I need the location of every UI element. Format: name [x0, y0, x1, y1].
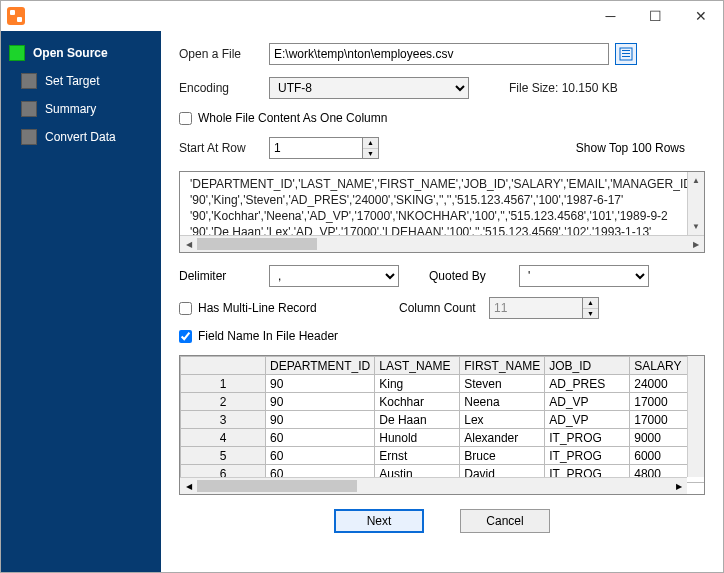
table-cell: King: [375, 375, 460, 393]
table-scrollbar-vertical[interactable]: [687, 356, 704, 477]
fieldname-header-label: Field Name In File Header: [198, 329, 338, 343]
preview-line: 'DEPARTMENT_ID','LAST_NAME','FIRST_NAME'…: [190, 176, 698, 192]
scroll-thumb[interactable]: [197, 480, 357, 492]
titlebar: ─ ☐ ✕: [1, 1, 723, 31]
table-cell: Steven: [460, 375, 545, 393]
scroll-thumb[interactable]: [197, 238, 317, 250]
sidebar-item-set-target[interactable]: Set Target: [1, 67, 161, 95]
sidebar-item-label: Convert Data: [45, 130, 116, 144]
data-table-container: DEPARTMENT_ID LAST_NAME FIRST_NAME JOB_I…: [179, 355, 705, 495]
table-row[interactable]: 460HunoldAlexanderIT_PROG9000A: [181, 429, 706, 447]
window-close-button[interactable]: ✕: [678, 1, 723, 31]
table-cell: IT_PROG: [545, 429, 630, 447]
col-header[interactable]: LAST_NAME: [375, 357, 460, 375]
fieldname-header-checkbox[interactable]: [179, 330, 192, 343]
sidebar-item-label: Summary: [45, 102, 96, 116]
sidebar-item-label: Set Target: [45, 74, 99, 88]
step-indicator-icon: [21, 101, 37, 117]
sidebar-item-summary[interactable]: Summary: [1, 95, 161, 123]
scroll-left-icon[interactable]: ◀: [180, 478, 197, 494]
window-maximize-button[interactable]: ☐: [633, 1, 678, 31]
whole-file-checkbox[interactable]: [179, 112, 192, 125]
table-cell: AD_VP: [545, 393, 630, 411]
preview-scrollbar-horizontal[interactable]: ◀ ▶: [180, 235, 704, 252]
table-cell: Alexander: [460, 429, 545, 447]
scroll-right-icon[interactable]: ▶: [670, 478, 687, 494]
multiline-checkbox[interactable]: [179, 302, 192, 315]
preview-scrollbar-vertical[interactable]: ▲ ▼: [687, 172, 704, 235]
table-cell: 90: [266, 375, 375, 393]
table-corner: [181, 357, 266, 375]
svg-rect-3: [622, 56, 630, 57]
table-cell: Lex: [460, 411, 545, 429]
sidebar-item-open-source[interactable]: Open Source: [1, 39, 161, 67]
row-number: 1: [181, 375, 266, 393]
start-row-label: Start At Row: [179, 141, 269, 155]
sidebar-item-label: Open Source: [33, 46, 108, 60]
delimiter-select[interactable]: ,: [269, 265, 399, 287]
spin-up-icon[interactable]: ▲: [363, 138, 378, 149]
spin-up-icon[interactable]: ▲: [583, 298, 598, 309]
spin-down-icon[interactable]: ▼: [583, 309, 598, 319]
svg-rect-1: [622, 50, 630, 51]
step-indicator-icon: [21, 129, 37, 145]
row-number: 3: [181, 411, 266, 429]
preview-line: '90','Kochhar','Neena','AD_VP','17000','…: [190, 208, 698, 224]
quoted-by-select[interactable]: ': [519, 265, 649, 287]
table-cell: 60: [266, 447, 375, 465]
encoding-label: Encoding: [179, 81, 269, 95]
quoted-by-label: Quoted By: [429, 269, 519, 283]
cancel-button[interactable]: Cancel: [460, 509, 550, 533]
row-number: 5: [181, 447, 266, 465]
svg-rect-2: [622, 53, 630, 54]
col-header[interactable]: DEPARTMENT_ID: [266, 357, 375, 375]
table-cell: AD_VP: [545, 411, 630, 429]
step-indicator-icon: [21, 73, 37, 89]
file-path-input[interactable]: [269, 43, 609, 65]
table-cell: De Haan: [375, 411, 460, 429]
wizard-sidebar: Open Source Set Target Summary Convert D…: [1, 31, 161, 572]
step-indicator-icon: [9, 45, 25, 61]
delimiter-label: Delimiter: [179, 269, 269, 283]
preview-line: '90','King','Steven','AD_PRES','24000','…: [190, 192, 698, 208]
main-panel: Open a File Encoding UTF-8 File Size: 10…: [161, 31, 723, 572]
table-cell: Hunold: [375, 429, 460, 447]
app-icon: [7, 7, 25, 25]
table-cell: Ernst: [375, 447, 460, 465]
scroll-up-icon[interactable]: ▲: [688, 172, 704, 189]
spin-down-icon[interactable]: ▼: [363, 149, 378, 159]
scroll-down-icon[interactable]: ▼: [688, 218, 704, 235]
column-count-input[interactable]: [490, 298, 582, 318]
browse-file-button[interactable]: [615, 43, 637, 65]
row-number: 4: [181, 429, 266, 447]
row-number: 2: [181, 393, 266, 411]
file-preview: 'DEPARTMENT_ID','LAST_NAME','FIRST_NAME'…: [179, 171, 705, 253]
table-row[interactable]: 560ErnstBruceIT_PROG6000E: [181, 447, 706, 465]
start-row-spin[interactable]: ▲ ▼: [269, 137, 379, 159]
column-count-spin[interactable]: ▲ ▼: [489, 297, 599, 319]
whole-file-label: Whole File Content As One Column: [198, 111, 387, 125]
table-row[interactable]: 290KochharNeenaAD_VP17000N: [181, 393, 706, 411]
open-file-label: Open a File: [179, 47, 269, 61]
table-cell: 60: [266, 429, 375, 447]
table-cell: 90: [266, 393, 375, 411]
table-cell: Neena: [460, 393, 545, 411]
column-count-label: Column Count: [399, 301, 489, 315]
col-header[interactable]: JOB_ID: [545, 357, 630, 375]
scroll-right-icon[interactable]: ▶: [687, 236, 704, 252]
table-row[interactable]: 390De HaanLexAD_VP17000L: [181, 411, 706, 429]
data-table: DEPARTMENT_ID LAST_NAME FIRST_NAME JOB_I…: [180, 356, 705, 495]
sidebar-item-convert-data[interactable]: Convert Data: [1, 123, 161, 151]
multiline-label: Has Multi-Line Record: [198, 301, 317, 315]
browse-icon: [619, 47, 633, 61]
start-row-input[interactable]: [270, 138, 362, 158]
next-button[interactable]: Next: [334, 509, 424, 533]
col-header[interactable]: FIRST_NAME: [460, 357, 545, 375]
scroll-left-icon[interactable]: ◀: [180, 236, 197, 252]
table-cell: AD_PRES: [545, 375, 630, 393]
encoding-select[interactable]: UTF-8: [269, 77, 469, 99]
table-scrollbar-horizontal[interactable]: ◀ ▶: [180, 477, 687, 494]
table-row[interactable]: 190KingStevenAD_PRES24000S: [181, 375, 706, 393]
show-top-rows-label: Show Top 100 Rows: [576, 141, 705, 155]
window-minimize-button[interactable]: ─: [588, 1, 633, 31]
